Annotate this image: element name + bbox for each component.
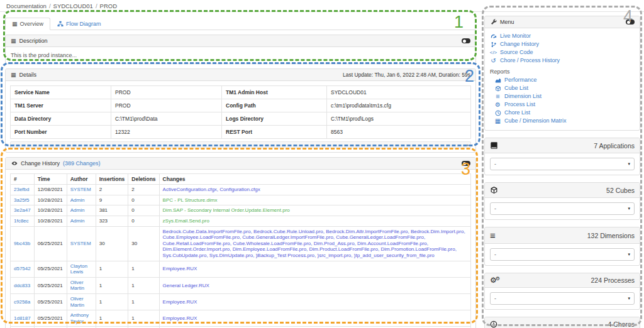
author-link[interactable]: SYSTEM — [70, 241, 91, 246]
col-header-hash: # — [11, 174, 35, 185]
menu-item-live-monitor[interactable]: Live Monitor — [490, 32, 635, 40]
changed-files-link[interactable]: Employee.RUX — [163, 315, 197, 321]
author-link[interactable]: Admin — [70, 207, 85, 213]
change-time: 05/25/2021 — [34, 310, 67, 327]
menu-item-change-history[interactable]: Change History — [490, 40, 635, 48]
menu-item-cube-list[interactable]: Cube List — [490, 84, 635, 92]
menu-item-process-list[interactable]: ⚙ Process List — [490, 101, 635, 109]
insertions-count: 1 — [96, 277, 128, 293]
author-link[interactable]: Admin — [70, 218, 85, 224]
processes-card-body: - ▾ — [485, 288, 640, 309]
commit-hash-link[interactable]: c9258a — [14, 299, 30, 305]
commit-hash-link[interactable]: 23efbd — [14, 187, 29, 192]
changed-files-link[interactable]: BPC - PL Structure.dimx — [163, 197, 218, 203]
commit-hash-link[interactable]: 3e2a47 — [14, 207, 31, 213]
gauge-icon — [490, 33, 497, 40]
change-count-link[interactable]: (389 Changes) — [63, 160, 101, 167]
author-link[interactable]: Oliver Martin — [70, 296, 84, 308]
changed-files-link[interactable]: zSys.Email.Send.pro — [163, 218, 209, 224]
menu-panel-header: Menu — [485, 16, 640, 28]
tab-flow-diagram[interactable]: Flow Diagram — [50, 18, 108, 30]
collapse-toggle-icon[interactable] — [462, 161, 470, 166]
change-history-title: Change History — [21, 160, 60, 167]
changed-files-link[interactable]: Dim.SAP - Secondary Internal Order.Updat… — [163, 207, 290, 213]
tab-overview-label: Overview — [20, 21, 44, 27]
processes-card: ⚙⚙ 224 Processes - ▾ — [484, 273, 640, 310]
breadcrumb-item-server[interactable]: SYDCLOUD01 — [53, 3, 93, 9]
col-header-deletions: Deletions — [128, 174, 159, 185]
menu-item-label: Cube List — [504, 84, 528, 92]
author-link[interactable]: Clayton Lewis — [70, 263, 87, 275]
cubes-count-label: 52 Cubes — [606, 187, 635, 194]
dimensions-card-header: ≡ 132 Dimensions — [485, 227, 640, 244]
menu-title: Menu — [500, 19, 514, 25]
chores-card-header: 4 Chores — [485, 317, 640, 328]
menu-item-chore-process-history[interactable]: ↺ Chore / Process History — [490, 57, 635, 65]
change-row: 3a25f5 10/28/2021 Admin 9 0 BPC - PL Str… — [11, 195, 471, 205]
commit-hash-link[interactable]: 9bc43b — [14, 241, 30, 246]
book-icon — [490, 141, 498, 150]
changed-files-link[interactable]: Employee.RUX — [163, 266, 197, 271]
menu-item-label: Chore / Process History — [500, 57, 560, 65]
details-title: Details — [19, 72, 37, 78]
change-row: c9258a 05/25/2021 Oliver Martin 1 1 Empl… — [11, 293, 471, 310]
menu-item-chore-list[interactable]: Chore List — [490, 109, 635, 117]
caret-down-icon: ▾ — [628, 252, 630, 257]
changed-files-link[interactable]: Bedrock.Cube.Data.ImportFromFile.pro, Be… — [163, 229, 465, 258]
author-link[interactable]: Admin — [70, 197, 85, 203]
collapse-toggle-icon[interactable] — [626, 19, 635, 25]
scroll-right-icon[interactable]: ▸ — [467, 143, 469, 147]
wrench-icon — [490, 19, 497, 25]
author-link[interactable]: Oliver Martin — [70, 280, 84, 292]
insertions-count: 1 — [96, 293, 128, 310]
details-body: Service Name PROD TM1 Admin Host SYDCLOU… — [6, 81, 475, 152]
author-link[interactable]: SYSTEM — [70, 187, 91, 192]
cube-icon — [490, 186, 498, 194]
changed-files-link[interactable]: Employee.RUX — [163, 299, 197, 305]
author-link[interactable]: Anthony Taylor — [70, 312, 89, 324]
detail-label: Data Directory — [11, 112, 111, 126]
menu-item-dimension-list[interactable]: ≡ Dimension List — [490, 92, 635, 101]
commit-hash-link[interactable]: 1fc8ec — [14, 218, 29, 224]
gears-icon: ⚙ — [494, 102, 501, 108]
caret-down-icon: ▾ — [628, 296, 630, 301]
breadcrumb: Documentation/SYDCLOUD01/PROD — [0, 0, 644, 12]
description-body: This is the prod instance... — [6, 47, 475, 63]
details-last-update: Last Update: Thu, Jan 6, 2022 2:48 AM, D… — [343, 72, 470, 78]
deletions-count: 0 — [128, 195, 159, 205]
menu-item-cube-dimension-matrix[interactable]: ▦ Cube / Dimension Matrix — [490, 117, 635, 125]
dimensions-select[interactable]: - ▾ — [490, 248, 635, 261]
changed-files-link[interactable]: ActiveConfiguration.cfgx, Configuration.… — [163, 187, 260, 192]
insertions-count: 30 — [96, 226, 128, 261]
applications-select[interactable]: - ▾ — [490, 158, 635, 170]
change-time: 10/28/2021 — [34, 205, 67, 216]
scroll-left-icon[interactable]: ◂ — [12, 143, 14, 147]
processes-select[interactable]: - ▾ — [490, 292, 635, 305]
menu-item-label: Performance — [504, 76, 537, 84]
detail-label: Config Path — [222, 99, 327, 112]
changed-files-link[interactable]: General Ledger.RUX — [163, 283, 209, 288]
commit-hash-link[interactable]: ddc833 — [14, 283, 30, 288]
change-time: 05/25/2021 — [34, 293, 67, 310]
commit-hash-link[interactable]: 3a25f5 — [14, 197, 29, 203]
insertions-count: 1 — [96, 310, 128, 327]
details-row: Port Number 12322 REST Port 8563 — [11, 126, 471, 139]
menu-item-source-code[interactable]: </> Source Code — [490, 48, 635, 57]
tab-overview[interactable]: ▦ Overview — [5, 18, 50, 30]
list-icon: ≡ — [490, 231, 496, 240]
change-row: 9bc43b 06/25/2021 SYSTEM 30 30 Bedrock.C… — [11, 226, 471, 261]
breadcrumb-item-documentation[interactable]: Documentation — [6, 3, 47, 9]
cubes-select[interactable]: - ▾ — [490, 202, 635, 215]
deletions-count: 1 — [128, 261, 159, 277]
menu-item-label: Cube / Dimension Matrix — [504, 117, 567, 125]
dimensions-count-label: 132 Dimensions — [587, 232, 635, 239]
collapse-toggle-icon[interactable] — [462, 38, 470, 43]
commit-hash-link[interactable]: 1d8187 — [14, 315, 31, 321]
change-history-panel: Change History (389 Changes) # Time Auth… — [5, 157, 476, 328]
change-history-body: # Time Author Insertions Deletions Chang… — [6, 170, 475, 328]
menu-item-performance[interactable]: Performance — [490, 76, 635, 84]
horizontal-scrollbar[interactable]: ◂ ▸ — [10, 141, 471, 148]
detail-label: Port Number — [11, 126, 111, 139]
selected-value: - — [494, 251, 496, 258]
commit-hash-link[interactable]: d57542 — [14, 266, 31, 271]
